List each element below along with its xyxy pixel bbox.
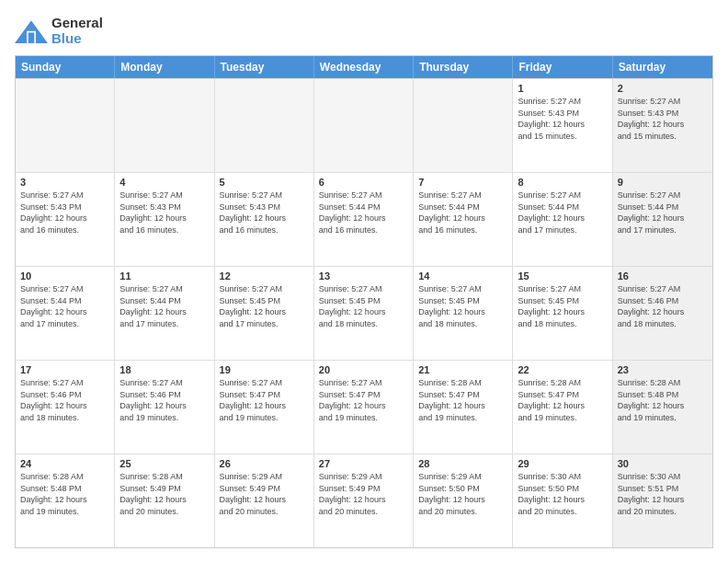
calendar-row: 10Sunrise: 5:27 AM Sunset: 5:44 PM Dayli…	[16, 266, 712, 360]
day-number: 2	[618, 83, 708, 94]
calendar-cell	[215, 79, 314, 172]
day-number: 26	[220, 458, 309, 469]
cell-info: Sunrise: 5:27 AM Sunset: 5:43 PM Dayligh…	[20, 190, 109, 236]
day-number: 3	[20, 177, 109, 188]
day-number: 28	[418, 458, 507, 469]
calendar-cell: 26Sunrise: 5:29 AM Sunset: 5:49 PM Dayli…	[215, 454, 314, 547]
calendar-cell: 18Sunrise: 5:27 AM Sunset: 5:46 PM Dayli…	[115, 361, 214, 454]
calendar-cell: 5Sunrise: 5:27 AM Sunset: 5:43 PM Daylig…	[215, 173, 314, 266]
day-number: 1	[518, 83, 607, 94]
day-number: 27	[319, 458, 408, 469]
header-cell-thursday: Thursday	[414, 56, 513, 78]
calendar-body: 1Sunrise: 5:27 AM Sunset: 5:43 PM Daylig…	[16, 78, 712, 547]
cell-info: Sunrise: 5:27 AM Sunset: 5:45 PM Dayligh…	[418, 283, 507, 329]
header-cell-sunday: Sunday	[16, 56, 115, 78]
calendar-cell: 29Sunrise: 5:30 AM Sunset: 5:50 PM Dayli…	[513, 454, 612, 547]
day-number: 17	[20, 364, 109, 375]
calendar-header: SundayMondayTuesdayWednesdayThursdayFrid…	[16, 56, 712, 78]
calendar-cell: 7Sunrise: 5:27 AM Sunset: 5:44 PM Daylig…	[414, 173, 513, 266]
calendar-cell: 16Sunrise: 5:27 AM Sunset: 5:46 PM Dayli…	[613, 267, 712, 360]
day-number: 20	[319, 364, 408, 375]
calendar-cell: 11Sunrise: 5:27 AM Sunset: 5:44 PM Dayli…	[115, 267, 214, 360]
cell-info: Sunrise: 5:28 AM Sunset: 5:49 PM Dayligh…	[119, 471, 209, 517]
logo-text: General Blue	[51, 15, 103, 46]
calendar-cell: 13Sunrise: 5:27 AM Sunset: 5:45 PM Dayli…	[314, 267, 414, 360]
calendar-cell: 25Sunrise: 5:28 AM Sunset: 5:49 PM Dayli…	[115, 454, 214, 547]
calendar-cell: 8Sunrise: 5:27 AM Sunset: 5:44 PM Daylig…	[513, 173, 612, 266]
cell-info: Sunrise: 5:27 AM Sunset: 5:43 PM Dayligh…	[220, 190, 309, 236]
day-number: 9	[618, 177, 708, 188]
page: General Blue SundayMondayTuesdayWednesda…	[0, 0, 728, 563]
cell-info: Sunrise: 5:27 AM Sunset: 5:47 PM Dayligh…	[319, 377, 408, 423]
cell-info: Sunrise: 5:29 AM Sunset: 5:49 PM Dayligh…	[220, 471, 309, 517]
calendar-cell: 3Sunrise: 5:27 AM Sunset: 5:43 PM Daylig…	[16, 173, 115, 266]
header-row: General Blue	[15, 15, 713, 46]
cell-info: Sunrise: 5:27 AM Sunset: 5:44 PM Dayligh…	[319, 190, 408, 236]
day-number: 5	[220, 177, 309, 188]
day-number: 16	[618, 270, 708, 282]
calendar-cell	[314, 79, 414, 172]
calendar-cell	[115, 79, 214, 172]
day-number: 24	[20, 458, 109, 469]
calendar-cell: 22Sunrise: 5:28 AM Sunset: 5:47 PM Dayli…	[513, 361, 612, 454]
calendar-cell: 27Sunrise: 5:29 AM Sunset: 5:49 PM Dayli…	[314, 454, 414, 547]
cell-info: Sunrise: 5:27 AM Sunset: 5:47 PM Dayligh…	[220, 377, 309, 423]
cell-info: Sunrise: 5:27 AM Sunset: 5:46 PM Dayligh…	[618, 283, 708, 329]
calendar-cell: 1Sunrise: 5:27 AM Sunset: 5:43 PM Daylig…	[513, 79, 612, 172]
logo-icon	[15, 17, 48, 43]
day-number: 4	[119, 177, 209, 188]
day-number: 13	[319, 270, 408, 282]
calendar-cell: 4Sunrise: 5:27 AM Sunset: 5:43 PM Daylig…	[115, 173, 214, 266]
day-number: 11	[119, 270, 209, 282]
svg-rect-2	[28, 32, 35, 42]
day-number: 19	[220, 364, 309, 375]
day-number: 7	[418, 177, 507, 188]
day-number: 25	[119, 458, 209, 469]
cell-info: Sunrise: 5:27 AM Sunset: 5:44 PM Dayligh…	[418, 190, 507, 236]
calendar-cell	[16, 79, 115, 172]
calendar-row: 17Sunrise: 5:27 AM Sunset: 5:46 PM Dayli…	[16, 360, 712, 454]
day-number: 10	[20, 270, 109, 282]
calendar-cell: 28Sunrise: 5:29 AM Sunset: 5:50 PM Dayli…	[414, 454, 513, 547]
calendar-cell: 2Sunrise: 5:27 AM Sunset: 5:43 PM Daylig…	[613, 79, 712, 172]
cell-info: Sunrise: 5:27 AM Sunset: 5:44 PM Dayligh…	[119, 283, 209, 329]
day-number: 14	[418, 270, 507, 282]
cell-info: Sunrise: 5:27 AM Sunset: 5:43 PM Dayligh…	[618, 96, 708, 142]
cell-info: Sunrise: 5:27 AM Sunset: 5:44 PM Dayligh…	[618, 190, 708, 236]
calendar-row: 24Sunrise: 5:28 AM Sunset: 5:48 PM Dayli…	[16, 454, 712, 547]
header-cell-friday: Friday	[513, 56, 612, 78]
header-cell-tuesday: Tuesday	[215, 56, 314, 78]
calendar-cell: 20Sunrise: 5:27 AM Sunset: 5:47 PM Dayli…	[314, 361, 414, 454]
calendar-cell: 12Sunrise: 5:27 AM Sunset: 5:45 PM Dayli…	[215, 267, 314, 360]
calendar-cell: 14Sunrise: 5:27 AM Sunset: 5:45 PM Dayli…	[414, 267, 513, 360]
calendar-cell: 19Sunrise: 5:27 AM Sunset: 5:47 PM Dayli…	[215, 361, 314, 454]
day-number: 30	[618, 458, 708, 469]
day-number: 29	[518, 458, 607, 469]
day-number: 21	[418, 364, 507, 375]
calendar-cell: 21Sunrise: 5:28 AM Sunset: 5:47 PM Dayli…	[414, 361, 513, 454]
header-cell-monday: Monday	[115, 56, 214, 78]
header-cell-wednesday: Wednesday	[314, 56, 414, 78]
cell-info: Sunrise: 5:27 AM Sunset: 5:46 PM Dayligh…	[20, 377, 109, 423]
day-number: 18	[119, 364, 209, 375]
cell-info: Sunrise: 5:27 AM Sunset: 5:45 PM Dayligh…	[319, 283, 408, 329]
cell-info: Sunrise: 5:30 AM Sunset: 5:51 PM Dayligh…	[618, 471, 708, 517]
calendar-cell: 6Sunrise: 5:27 AM Sunset: 5:44 PM Daylig…	[314, 173, 414, 266]
cell-info: Sunrise: 5:29 AM Sunset: 5:50 PM Dayligh…	[418, 471, 507, 517]
header-cell-saturday: Saturday	[613, 56, 712, 78]
cell-info: Sunrise: 5:28 AM Sunset: 5:47 PM Dayligh…	[518, 377, 607, 423]
calendar-cell: 30Sunrise: 5:30 AM Sunset: 5:51 PM Dayli…	[613, 454, 712, 547]
cell-info: Sunrise: 5:28 AM Sunset: 5:48 PM Dayligh…	[618, 377, 708, 423]
cell-info: Sunrise: 5:28 AM Sunset: 5:47 PM Dayligh…	[418, 377, 507, 423]
day-number: 12	[220, 270, 309, 282]
calendar-cell: 9Sunrise: 5:27 AM Sunset: 5:44 PM Daylig…	[613, 173, 712, 266]
calendar-row: 1Sunrise: 5:27 AM Sunset: 5:43 PM Daylig…	[16, 78, 712, 172]
day-number: 23	[618, 364, 708, 375]
cell-info: Sunrise: 5:27 AM Sunset: 5:46 PM Dayligh…	[119, 377, 209, 423]
calendar-cell	[414, 79, 513, 172]
calendar: SundayMondayTuesdayWednesdayThursdayFrid…	[15, 55, 713, 548]
calendar-cell: 24Sunrise: 5:28 AM Sunset: 5:48 PM Dayli…	[16, 454, 115, 547]
calendar-cell: 15Sunrise: 5:27 AM Sunset: 5:45 PM Dayli…	[513, 267, 612, 360]
calendar-cell: 17Sunrise: 5:27 AM Sunset: 5:46 PM Dayli…	[16, 361, 115, 454]
cell-info: Sunrise: 5:27 AM Sunset: 5:45 PM Dayligh…	[518, 283, 607, 329]
